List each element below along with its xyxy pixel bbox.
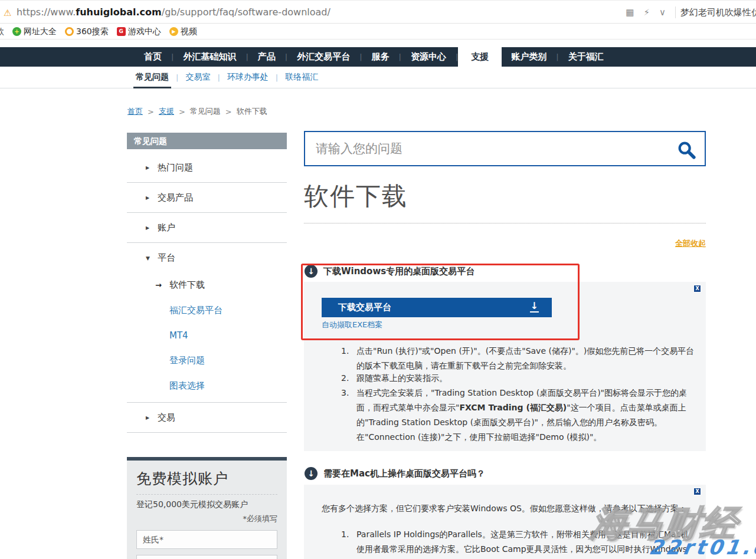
demo-account-panel: 免费模拟账户 登记50,000美元模拟交易账户 *必须填写 (127, 457, 287, 559)
toolbar-divider (675, 6, 676, 18)
demo-form-title: 免费模拟账户 (136, 469, 277, 488)
breadcrumb-separator: > (148, 107, 154, 116)
install-step-3: 3. 当程式完全安装后，"Trading Station Desktop (桌面… (341, 386, 695, 445)
bookmark-360search[interactable]: 360搜索 (65, 27, 109, 37)
breadcrumb-faq: 常见问题 (190, 106, 221, 117)
collapse-all-link[interactable]: 全部收起 (304, 238, 706, 249)
sidebar-item-trading[interactable]: ▶ 交易 (127, 403, 287, 433)
sidebar-item-platform[interactable]: ▼ 平台 (127, 243, 287, 272)
last-name-field[interactable] (136, 530, 277, 549)
tri-right-icon: ▶ (146, 225, 158, 231)
url-path: /gb/support/faq/software-download/ (162, 6, 330, 18)
extensions-grid-icon[interactable]: ▦ (626, 7, 634, 18)
support-subnav: 常见问题 | 交易室 | 环球办事处 | 联络福汇 (0, 67, 756, 88)
g-icon: G (117, 27, 126, 36)
breadcrumb-current: 软件下载 (237, 106, 267, 117)
step-text: Parallels IP Holdings的Parallels。这是第三方软件，… (356, 527, 695, 559)
expand-arrow-icon: ↓ (305, 467, 318, 480)
adjacent-tab-title[interactable]: 梦幻老司机吹爆性优 (680, 7, 756, 18)
close-icon[interactable]: X (693, 488, 701, 495)
bookmark-partial[interactable]: 款 (0, 27, 4, 37)
tri-right-icon: ▶ (146, 415, 158, 420)
search-button[interactable] (676, 140, 696, 160)
nav-item-support[interactable]: 支援 (458, 47, 502, 67)
arrow-right-icon: → (155, 281, 169, 290)
download-platform-button[interactable]: 下载交易平台 ↓ (322, 298, 552, 317)
breadcrumb: 首页 > 支援 > 常见问题 > 软件下载 (127, 106, 267, 117)
nav-item-platforms[interactable]: 外汇交易平台 (287, 47, 359, 67)
tri-right-icon: ▶ (146, 195, 158, 200)
step-number: 3. (341, 386, 356, 445)
sidebar-item-chart-options[interactable]: 图表选择 (127, 373, 287, 403)
sidebar-label: 交易产品 (158, 192, 193, 203)
required-note: *必须填写 (136, 514, 277, 524)
bookmark-label: 网址大全 (24, 27, 57, 37)
sidebar-label: 交易 (158, 412, 175, 423)
subnav-contact[interactable]: 联络福汇 (278, 72, 325, 83)
sidebar-item-software-download[interactable]: → 软件下载 (127, 272, 287, 298)
step-text: 跟随萤幕上的安装指示。 (356, 371, 695, 386)
breadcrumb-home[interactable]: 首页 (127, 106, 143, 117)
sidebar-item-account[interactable]: ▶ 账户 (127, 213, 287, 243)
step-number: 2. (341, 371, 356, 386)
sidebar-item-fxcm-platform[interactable]: 福汇交易平台 (127, 298, 287, 323)
bookmarks-bar: 款 + 网址大全 360搜索 G 游戏中心 ▶ 视频 (0, 24, 756, 40)
faq-sidebar: 常见问题 ▶ 热门问题 ▶ 交易产品 ▶ 账户 ▼ 平台 → 软件下载 福汇交易… (127, 133, 287, 433)
faq-search-box (304, 131, 706, 166)
search-input[interactable] (305, 132, 671, 165)
url-domain: fuhuiglobal.com (76, 6, 162, 18)
section2-title: 需要在Mac机上操作桌面版交易平台吗？ (323, 468, 485, 479)
step-text: 当程式完全安装后，"Trading Station Desktop (桌面版交易… (356, 386, 695, 445)
chevron-down-icon[interactable]: ∨ (659, 7, 666, 18)
sidebar-item-trading-products[interactable]: ▶ 交易产品 (127, 183, 287, 213)
nav-item-accounts[interactable]: 账户类别 (502, 47, 556, 67)
url-field[interactable]: https://www.fuhuiglobal.com/gb/support/f… (17, 6, 330, 18)
bookmark-wangzhi[interactable]: + 网址大全 (12, 27, 57, 37)
play-icon: ▶ (169, 27, 178, 36)
download-button-label: 下载交易平台 (338, 302, 391, 313)
speed-bolt-icon[interactable]: ⚡ (643, 7, 650, 18)
nav-item-resources[interactable]: 资源中心 (401, 47, 456, 67)
section1-panel: X 下载交易平台 ↓ 自动撷取EXE档案 1. 点击"Run (执行)"或"Op… (304, 282, 706, 451)
section1-header[interactable]: ↓ 下载Windows专用的桌面版交易平台 (305, 265, 474, 278)
sidebar-label: 软件下载 (169, 280, 205, 291)
breadcrumb-support[interactable]: 支援 (159, 106, 174, 117)
browser-address-bar: ⚠ https://www.fuhuiglobal.com/gb/support… (0, 0, 756, 24)
tri-down-icon: ▼ (146, 255, 158, 261)
install-step-1: 1. 点击"Run (执行)"或"Open (开)"。(不要点击"Save (储… (341, 344, 695, 373)
subnav-faq[interactable]: 常见问题 (129, 72, 176, 83)
subnav-trading-room[interactable]: 交易室 (178, 72, 217, 83)
breadcrumb-separator: > (225, 107, 232, 116)
exe-link[interactable]: 自动撷取EXE档案 (322, 320, 382, 330)
nav-item-products[interactable]: 产品 (248, 47, 285, 67)
sidebar-label: 账户 (158, 222, 175, 234)
bookmark-video[interactable]: ▶ 视频 (169, 27, 197, 37)
sidebar-item-mt4[interactable]: MT4 (127, 323, 287, 348)
nav-item-about[interactable]: 关于福汇 (559, 47, 613, 67)
step-number: 1. (341, 344, 356, 373)
bookmark-gamecenter[interactable]: G 游戏中心 (117, 27, 161, 37)
nav-item-home[interactable]: 首页 (135, 47, 171, 67)
nav-item-services[interactable]: 服务 (362, 47, 399, 67)
ssl-warning-icon[interactable]: ⚠ (4, 8, 11, 18)
bookmark-label: 视频 (181, 27, 197, 37)
bookmark-label: 360搜索 (76, 27, 109, 37)
mac-option-1: 1. Parallels IP Holdings的Parallels。这是第三方… (341, 527, 695, 559)
mac-intro-text: 您有多个选择方案，但它们要求客户安装Windows OS。假如您愿意这样做，请参… (322, 501, 693, 516)
page-title: 软件下载 (304, 180, 408, 213)
sidebar-item-hot-questions[interactable]: ▶ 热门问题 (127, 153, 287, 183)
first-name-field[interactable] (136, 555, 277, 559)
sidebar-header: 常见问题 (127, 133, 287, 149)
expand-arrow-icon: ↓ (305, 265, 318, 278)
subnav-global-offices[interactable]: 环球办事处 (220, 72, 276, 83)
close-icon[interactable]: X (693, 285, 701, 292)
dashed-divider (136, 494, 277, 495)
sidebar-item-login-issues[interactable]: 登录问题 (127, 348, 287, 373)
nav-item-forex-basics[interactable]: 外汇基础知识 (174, 47, 246, 67)
demo-form-subtitle: 登记50,000美元模拟交易账户 (136, 499, 277, 510)
section2-header[interactable]: ↓ 需要在Mac机上操作桌面版交易平台吗？ (305, 467, 485, 480)
sidebar-label: 热门问题 (158, 162, 193, 173)
bookmark-plus-icon: + (12, 27, 21, 36)
section1-title: 下载Windows专用的桌面版交易平台 (323, 266, 474, 277)
install-step-2: 2. 跟随萤幕上的安装指示。 (341, 371, 695, 386)
